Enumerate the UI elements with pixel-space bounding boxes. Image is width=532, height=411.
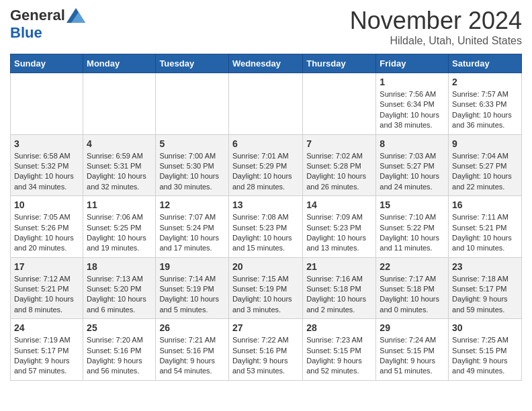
column-header-monday: Monday: [83, 54, 156, 73]
location-text: Hildale, Utah, United States: [350, 35, 522, 47]
day-number: 24: [14, 322, 79, 333]
calendar-cell: 20Sunrise: 7:15 AM Sunset: 5:19 PM Dayli…: [228, 257, 302, 319]
day-info: Sunrise: 7:02 AM Sunset: 5:28 PM Dayligh…: [306, 151, 372, 193]
day-number: 2: [452, 77, 518, 87]
calendar-cell: [11, 73, 83, 135]
column-header-sunday: Sunday: [11, 54, 83, 73]
calendar-cell: 30Sunrise: 7:25 AM Sunset: 5:15 PM Dayli…: [449, 319, 522, 381]
day-info: Sunrise: 7:56 AM Sunset: 6:34 PM Dayligh…: [380, 89, 445, 131]
column-header-wednesday: Wednesday: [228, 54, 302, 73]
page-container: General Blue November 2024 Hildale, Utah…: [0, 0, 532, 387]
day-number: 16: [452, 199, 518, 210]
day-info: Sunrise: 7:08 AM Sunset: 5:23 PM Dayligh…: [232, 212, 299, 254]
day-info: Sunrise: 6:59 AM Sunset: 5:31 PM Dayligh…: [87, 151, 152, 193]
day-number: 8: [380, 138, 445, 149]
day-number: 10: [14, 199, 79, 210]
calendar-cell: 22Sunrise: 7:17 AM Sunset: 5:18 PM Dayli…: [376, 257, 449, 319]
calendar-header-row: SundayMondayTuesdayWednesdayThursdayFrid…: [11, 54, 522, 73]
calendar-cell: 14Sunrise: 7:09 AM Sunset: 5:23 PM Dayli…: [303, 196, 376, 258]
day-number: 14: [306, 199, 372, 210]
calendar-cell: 6Sunrise: 7:01 AM Sunset: 5:29 PM Daylig…: [228, 134, 302, 196]
calendar-cell: 7Sunrise: 7:02 AM Sunset: 5:28 PM Daylig…: [303, 134, 376, 196]
day-number: 13: [232, 199, 299, 210]
week-row-2: 3Sunrise: 6:58 AM Sunset: 5:32 PM Daylig…: [11, 134, 522, 196]
calendar-cell: 9Sunrise: 7:04 AM Sunset: 5:27 PM Daylig…: [449, 134, 522, 196]
day-number: 23: [452, 261, 518, 272]
day-info: Sunrise: 7:14 AM Sunset: 5:19 PM Dayligh…: [159, 274, 225, 316]
day-number: 26: [159, 322, 225, 333]
day-number: 15: [380, 199, 445, 210]
day-info: Sunrise: 7:11 AM Sunset: 5:21 PM Dayligh…: [452, 212, 518, 254]
calendar-cell: [156, 73, 229, 135]
calendar-cell: 23Sunrise: 7:18 AM Sunset: 5:17 PM Dayli…: [449, 257, 522, 319]
calendar-cell: 28Sunrise: 7:23 AM Sunset: 5:15 PM Dayli…: [303, 319, 376, 381]
day-number: 29: [380, 322, 445, 333]
calendar-cell: 18Sunrise: 7:13 AM Sunset: 5:20 PM Dayli…: [83, 257, 156, 319]
calendar-cell: 1Sunrise: 7:56 AM Sunset: 6:34 PM Daylig…: [376, 73, 449, 135]
logo: General Blue: [10, 7, 85, 42]
day-number: 6: [232, 138, 299, 149]
calendar-cell: [303, 73, 376, 135]
day-info: Sunrise: 7:03 AM Sunset: 5:27 PM Dayligh…: [380, 151, 445, 193]
day-number: 28: [306, 322, 372, 333]
column-header-tuesday: Tuesday: [156, 54, 229, 73]
calendar-cell: 4Sunrise: 6:59 AM Sunset: 5:31 PM Daylig…: [83, 134, 156, 196]
day-number: 22: [380, 261, 445, 272]
calendar-cell: [83, 73, 156, 135]
day-number: 25: [87, 322, 152, 333]
calendar-cell: 24Sunrise: 7:19 AM Sunset: 5:17 PM Dayli…: [11, 319, 83, 381]
calendar-cell: 5Sunrise: 7:00 AM Sunset: 5:30 PM Daylig…: [156, 134, 229, 196]
logo-blue-text: Blue: [10, 24, 42, 41]
calendar-cell: 25Sunrise: 7:20 AM Sunset: 5:16 PM Dayli…: [83, 319, 156, 381]
day-number: 5: [159, 138, 225, 149]
day-info: Sunrise: 7:05 AM Sunset: 5:26 PM Dayligh…: [14, 212, 79, 254]
calendar-cell: 29Sunrise: 7:24 AM Sunset: 5:15 PM Dayli…: [376, 319, 449, 381]
day-number: 7: [306, 138, 372, 149]
column-header-thursday: Thursday: [303, 54, 376, 73]
day-number: 27: [232, 322, 299, 333]
column-header-friday: Friday: [376, 54, 449, 73]
day-info: Sunrise: 7:18 AM Sunset: 5:17 PM Dayligh…: [452, 274, 518, 316]
calendar-cell: 13Sunrise: 7:08 AM Sunset: 5:23 PM Dayli…: [228, 196, 302, 258]
day-number: 19: [159, 261, 225, 272]
day-info: Sunrise: 7:21 AM Sunset: 5:16 PM Dayligh…: [159, 335, 225, 377]
day-info: Sunrise: 7:10 AM Sunset: 5:22 PM Dayligh…: [380, 212, 445, 254]
day-number: 20: [232, 261, 299, 272]
calendar-cell: 26Sunrise: 7:21 AM Sunset: 5:16 PM Dayli…: [156, 319, 229, 381]
logo-icon: [66, 8, 85, 23]
day-number: 17: [14, 261, 79, 272]
day-info: Sunrise: 7:22 AM Sunset: 5:16 PM Dayligh…: [232, 335, 299, 377]
page-header: General Blue November 2024 Hildale, Utah…: [10, 7, 522, 47]
calendar-cell: 19Sunrise: 7:14 AM Sunset: 5:19 PM Dayli…: [156, 257, 229, 319]
week-row-4: 17Sunrise: 7:12 AM Sunset: 5:21 PM Dayli…: [11, 257, 522, 319]
day-info: Sunrise: 7:17 AM Sunset: 5:18 PM Dayligh…: [380, 274, 445, 316]
day-info: Sunrise: 6:58 AM Sunset: 5:32 PM Dayligh…: [14, 151, 79, 193]
day-info: Sunrise: 7:00 AM Sunset: 5:30 PM Dayligh…: [159, 151, 225, 193]
day-info: Sunrise: 7:57 AM Sunset: 6:33 PM Dayligh…: [452, 89, 518, 131]
day-info: Sunrise: 7:12 AM Sunset: 5:21 PM Dayligh…: [14, 274, 79, 316]
week-row-3: 10Sunrise: 7:05 AM Sunset: 5:26 PM Dayli…: [11, 196, 522, 258]
calendar-cell: 27Sunrise: 7:22 AM Sunset: 5:16 PM Dayli…: [228, 319, 302, 381]
calendar-cell: 17Sunrise: 7:12 AM Sunset: 5:21 PM Dayli…: [11, 257, 83, 319]
day-number: 9: [452, 138, 518, 149]
title-section: November 2024 Hildale, Utah, United Stat…: [350, 7, 522, 47]
calendar-cell: 11Sunrise: 7:06 AM Sunset: 5:25 PM Dayli…: [83, 196, 156, 258]
logo-general-text: General: [10, 7, 65, 24]
day-info: Sunrise: 7:07 AM Sunset: 5:24 PM Dayligh…: [159, 212, 225, 254]
month-title: November 2024: [350, 7, 522, 35]
day-info: Sunrise: 7:13 AM Sunset: 5:20 PM Dayligh…: [87, 274, 152, 316]
day-info: Sunrise: 7:15 AM Sunset: 5:19 PM Dayligh…: [232, 274, 299, 316]
day-info: Sunrise: 7:06 AM Sunset: 5:25 PM Dayligh…: [87, 212, 152, 254]
calendar-cell: 10Sunrise: 7:05 AM Sunset: 5:26 PM Dayli…: [11, 196, 83, 258]
day-info: Sunrise: 7:04 AM Sunset: 5:27 PM Dayligh…: [452, 151, 518, 193]
day-number: 3: [14, 138, 79, 149]
calendar-cell: 3Sunrise: 6:58 AM Sunset: 5:32 PM Daylig…: [11, 134, 83, 196]
calendar-table: SundayMondayTuesdayWednesdayThursdayFrid…: [10, 54, 522, 381]
day-info: Sunrise: 7:19 AM Sunset: 5:17 PM Dayligh…: [14, 335, 79, 377]
column-header-saturday: Saturday: [449, 54, 522, 73]
calendar-cell: 15Sunrise: 7:10 AM Sunset: 5:22 PM Dayli…: [376, 196, 449, 258]
day-number: 21: [306, 261, 372, 272]
calendar-cell: 8Sunrise: 7:03 AM Sunset: 5:27 PM Daylig…: [376, 134, 449, 196]
day-number: 30: [452, 322, 518, 333]
day-number: 11: [87, 199, 152, 210]
